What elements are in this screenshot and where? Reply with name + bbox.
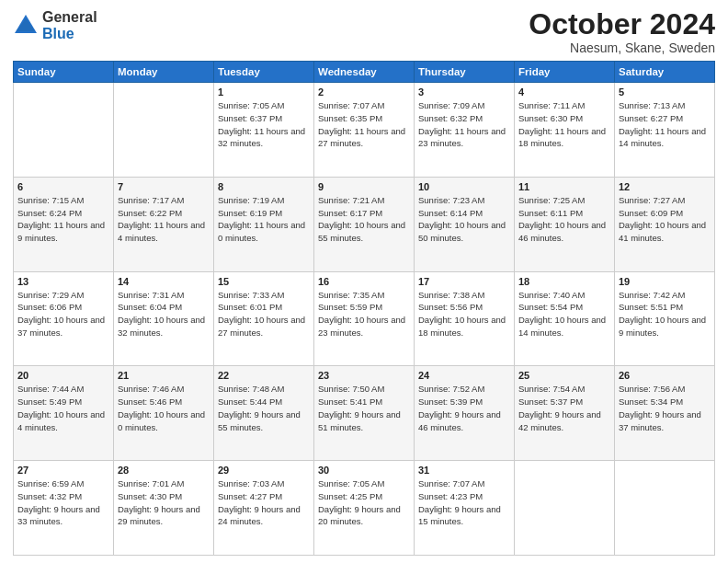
day-cell: 19Sunrise: 7:42 AMSunset: 5:51 PMDayligh… (615, 271, 715, 366)
day-number: 5 (619, 86, 711, 98)
week-row-2: 6Sunrise: 7:15 AMSunset: 6:24 PMDaylight… (14, 177, 715, 271)
day-cell: 28Sunrise: 7:01 AMSunset: 4:30 PMDayligh… (114, 461, 214, 556)
month-year: October 2024 (529, 9, 715, 39)
day-info: Sunrise: 7:50 AMSunset: 5:41 PMDaylight:… (318, 383, 410, 433)
day-number: 30 (318, 465, 410, 476)
day-info: Sunrise: 7:48 AMSunset: 5:44 PMDaylight:… (218, 383, 310, 433)
day-info: Sunrise: 7:05 AMSunset: 4:25 PMDaylight:… (318, 477, 410, 528)
day-cell (615, 461, 715, 556)
day-info: Sunrise: 7:13 AMSunset: 6:27 PMDaylight:… (619, 99, 711, 150)
day-cell: 3Sunrise: 7:09 AMSunset: 6:32 PMDaylight… (415, 83, 515, 178)
day-number: 16 (318, 276, 410, 287)
day-cell: 1Sunrise: 7:05 AMSunset: 6:37 PMDaylight… (214, 83, 314, 178)
day-cell: 23Sunrise: 7:50 AMSunset: 5:41 PMDayligh… (314, 366, 415, 461)
logo: General Blue (13, 9, 97, 41)
day-cell: 7Sunrise: 7:17 AMSunset: 6:22 PMDaylight… (114, 177, 214, 271)
day-cell: 26Sunrise: 7:56 AMSunset: 5:34 PMDayligh… (615, 366, 715, 461)
day-number: 15 (218, 276, 310, 287)
day-number: 9 (318, 181, 410, 192)
day-cell: 24Sunrise: 7:52 AMSunset: 5:39 PMDayligh… (415, 366, 515, 461)
day-cell: 6Sunrise: 7:15 AMSunset: 6:24 PMDaylight… (14, 177, 114, 271)
page: General Blue October 2024 Naesum, Skane,… (0, 0, 728, 563)
svg-marker-1 (17, 18, 35, 31)
header-cell-friday: Friday (515, 62, 615, 83)
day-number: 31 (418, 465, 510, 476)
title-block: October 2024 Naesum, Skane, Sweden (529, 9, 715, 55)
day-cell: 20Sunrise: 7:44 AMSunset: 5:49 PMDayligh… (14, 366, 114, 461)
day-cell (114, 83, 214, 178)
logo-icon (13, 13, 39, 39)
day-cell: 14Sunrise: 7:31 AMSunset: 6:04 PMDayligh… (114, 271, 214, 366)
week-row-5: 27Sunrise: 6:59 AMSunset: 4:32 PMDayligh… (14, 461, 715, 556)
location: Naesum, Skane, Sweden (529, 40, 715, 55)
day-number: 12 (619, 181, 711, 192)
day-number: 21 (118, 370, 210, 381)
day-number: 3 (418, 86, 510, 98)
day-cell: 18Sunrise: 7:40 AMSunset: 5:54 PMDayligh… (515, 271, 615, 366)
day-cell: 11Sunrise: 7:25 AMSunset: 6:11 PMDayligh… (515, 177, 615, 271)
day-number: 20 (17, 370, 109, 381)
day-info: Sunrise: 7:09 AMSunset: 6:32 PMDaylight:… (418, 99, 510, 150)
day-info: Sunrise: 7:44 AMSunset: 5:49 PMDaylight:… (17, 383, 109, 433)
week-row-3: 13Sunrise: 7:29 AMSunset: 6:06 PMDayligh… (14, 271, 715, 366)
day-info: Sunrise: 7:03 AMSunset: 4:27 PMDaylight:… (218, 477, 310, 528)
day-info: Sunrise: 7:11 AMSunset: 6:30 PMDaylight:… (518, 99, 610, 150)
week-row-4: 20Sunrise: 7:44 AMSunset: 5:49 PMDayligh… (14, 366, 715, 461)
day-cell: 21Sunrise: 7:46 AMSunset: 5:46 PMDayligh… (114, 366, 214, 461)
day-number: 25 (518, 370, 610, 381)
day-number: 28 (118, 465, 210, 476)
day-number: 19 (619, 276, 711, 287)
header-cell-monday: Monday (114, 62, 214, 83)
day-info: Sunrise: 7:35 AMSunset: 5:59 PMDaylight:… (318, 289, 410, 339)
day-number: 23 (318, 370, 410, 381)
day-number: 26 (619, 370, 711, 381)
day-cell: 4Sunrise: 7:11 AMSunset: 6:30 PMDaylight… (515, 83, 615, 178)
day-number: 7 (118, 181, 210, 192)
calendar-table: SundayMondayTuesdayWednesdayThursdayFrid… (13, 61, 715, 556)
week-row-1: 1Sunrise: 7:05 AMSunset: 6:37 PMDaylight… (14, 83, 715, 178)
day-info: Sunrise: 7:52 AMSunset: 5:39 PMDaylight:… (418, 383, 510, 433)
day-cell: 13Sunrise: 7:29 AMSunset: 6:06 PMDayligh… (14, 271, 114, 366)
day-number: 6 (17, 181, 109, 192)
day-cell: 22Sunrise: 7:48 AMSunset: 5:44 PMDayligh… (214, 366, 314, 461)
day-info: Sunrise: 7:19 AMSunset: 6:19 PMDaylight:… (218, 194, 310, 245)
day-cell: 17Sunrise: 7:38 AMSunset: 5:56 PMDayligh… (415, 271, 515, 366)
day-cell (515, 461, 615, 556)
day-cell (14, 83, 114, 178)
day-info: Sunrise: 7:07 AMSunset: 6:35 PMDaylight:… (318, 99, 410, 150)
day-cell: 30Sunrise: 7:05 AMSunset: 4:25 PMDayligh… (314, 461, 415, 556)
day-number: 4 (518, 86, 610, 98)
day-cell: 10Sunrise: 7:23 AMSunset: 6:14 PMDayligh… (415, 177, 515, 271)
day-cell: 27Sunrise: 6:59 AMSunset: 4:32 PMDayligh… (14, 461, 114, 556)
day-cell: 15Sunrise: 7:33 AMSunset: 6:01 PMDayligh… (214, 271, 314, 366)
logo-text: General Blue (42, 9, 97, 41)
day-number: 2 (318, 86, 410, 98)
calendar-body: 1Sunrise: 7:05 AMSunset: 6:37 PMDaylight… (14, 83, 715, 556)
day-number: 1 (218, 86, 310, 98)
header-cell-wednesday: Wednesday (314, 62, 415, 83)
header-cell-thursday: Thursday (415, 62, 515, 83)
header-row: SundayMondayTuesdayWednesdayThursdayFrid… (14, 62, 715, 83)
day-cell: 2Sunrise: 7:07 AMSunset: 6:35 PMDaylight… (314, 83, 415, 178)
day-info: Sunrise: 7:17 AMSunset: 6:22 PMDaylight:… (118, 194, 210, 245)
day-number: 11 (518, 181, 610, 192)
day-info: Sunrise: 7:21 AMSunset: 6:17 PMDaylight:… (318, 194, 410, 245)
day-info: Sunrise: 7:01 AMSunset: 4:30 PMDaylight:… (118, 477, 210, 528)
day-number: 17 (418, 276, 510, 287)
day-number: 13 (17, 276, 109, 287)
day-info: Sunrise: 7:05 AMSunset: 6:37 PMDaylight:… (218, 99, 310, 150)
day-info: Sunrise: 7:27 AMSunset: 6:09 PMDaylight:… (619, 194, 711, 245)
logo-blue: Blue (42, 26, 97, 42)
day-info: Sunrise: 7:40 AMSunset: 5:54 PMDaylight:… (518, 289, 610, 339)
day-number: 10 (418, 181, 510, 192)
day-info: Sunrise: 7:46 AMSunset: 5:46 PMDaylight:… (118, 383, 210, 433)
calendar-header: SundayMondayTuesdayWednesdayThursdayFrid… (14, 62, 715, 83)
day-number: 18 (518, 276, 610, 287)
header-cell-saturday: Saturday (615, 62, 715, 83)
day-number: 22 (218, 370, 310, 381)
day-number: 24 (418, 370, 510, 381)
day-info: Sunrise: 7:31 AMSunset: 6:04 PMDaylight:… (118, 289, 210, 339)
day-info: Sunrise: 7:07 AMSunset: 4:23 PMDaylight:… (418, 477, 510, 528)
day-number: 14 (118, 276, 210, 287)
day-number: 27 (17, 465, 109, 476)
